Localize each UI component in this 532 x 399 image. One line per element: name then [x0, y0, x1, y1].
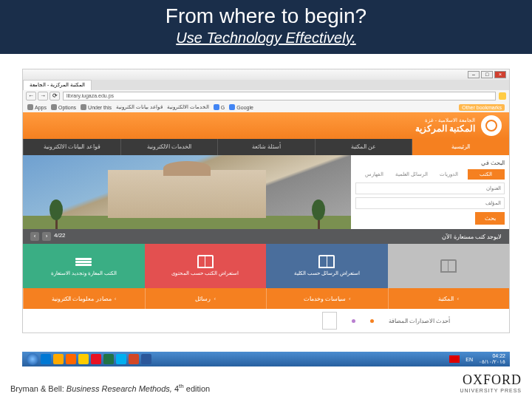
publisher-name: OXFORD — [460, 372, 522, 388]
taskbar-ie-icon[interactable] — [41, 354, 51, 364]
bookmark-item[interactable]: Google — [229, 104, 253, 110]
citation-authors: Bryman & Bell: — [10, 384, 66, 393]
stack-icon — [75, 255, 92, 268]
strip-next-button[interactable]: › — [30, 232, 39, 241]
taskbar-word-icon[interactable] — [141, 354, 151, 364]
taskbar-acrobat-icon[interactable] — [91, 354, 101, 364]
close-button[interactable]: × — [494, 71, 506, 78]
book-thumb-icon[interactable] — [322, 312, 337, 330]
search-tab-theses[interactable]: الرسائل العلمية — [393, 169, 430, 180]
publisher-logo: OXFORD UNIVERSITY PRESS — [460, 372, 522, 393]
publisher-tagline: UNIVERSITY PRESS — [460, 388, 522, 393]
latest-label: أحدث الاصدارات المضافة — [389, 318, 450, 324]
tile-label: استعراض الكتب حسب المحتوى — [171, 270, 239, 276]
taskbar-clock[interactable]: 04:22 ٠٥/١٠/٢٠١٥ — [479, 353, 505, 364]
bookmark-label: Google — [236, 105, 253, 110]
minimize-button[interactable]: – — [468, 71, 480, 78]
browser-titlebar: – □ × — [23, 69, 509, 80]
bookmark-label: Options — [58, 105, 76, 110]
slide-title: From where to begin? — [0, 4, 532, 28]
taskbar-excel-icon[interactable] — [103, 354, 114, 364]
bookmark-item[interactable]: Under this — [81, 104, 112, 110]
tile-empty — [388, 244, 510, 288]
search-tab-journals[interactable]: الدوريات — [430, 169, 467, 180]
tile-borrowed[interactable]: الكتب المعارة وتجديد الاستعارة — [23, 244, 145, 288]
taskbar-powerpoint-icon[interactable] — [129, 354, 139, 364]
search-tab-books[interactable]: الكتب — [468, 169, 505, 180]
site-header: الجامعة الاسلامية - غزة المكتبة المركزية — [23, 112, 509, 139]
carousel-dot[interactable] — [352, 319, 355, 323]
hero-section: البحث في الكتب الدوريات الرسائل العلمية … — [23, 155, 509, 229]
tile-browse-content[interactable]: استعراض الكتب حسب المحتوى — [145, 244, 267, 288]
taskbar-chrome-icon[interactable] — [78, 354, 89, 364]
carousel-dot[interactable] — [370, 319, 374, 323]
footer-tile-sources[interactable]: مصادر معلومات الكترونية — [23, 288, 145, 309]
nav-item-home[interactable]: الرئيسية — [412, 139, 509, 155]
other-bookmarks[interactable]: Other bookmarks — [459, 104, 505, 111]
footer-tile-theses[interactable]: رسائل — [145, 288, 267, 309]
browser-window: – □ × المكتبة المركزية - الجامعة ← → ⟳ l… — [22, 69, 510, 333]
search-tabs: الكتب الدوريات الرسائل العلمية الفهارس — [355, 169, 505, 180]
latest-additions: أحدث الاصدارات المضافة — [23, 309, 509, 332]
start-button[interactable] — [27, 353, 38, 365]
tile-label: استعراض الرسائل حسب الكلية — [294, 270, 360, 276]
taskbar-skype-icon[interactable] — [116, 354, 126, 364]
tile-browse-theses[interactable]: استعراض الرسائل حسب الكلية — [266, 244, 388, 288]
book-icon — [318, 255, 335, 268]
university-name: الجامعة الاسلامية - غزة — [415, 117, 475, 123]
search-button[interactable]: بحث — [475, 212, 505, 225]
bookmark-label: Under this — [88, 105, 112, 110]
book-icon — [197, 255, 214, 268]
tree-icon — [312, 200, 325, 229]
nav-item-eservices[interactable]: الخدمات الالكترونية — [120, 139, 218, 155]
apps-bookmark[interactable]: Apps — [27, 104, 47, 110]
taskbar-flag-icon[interactable] — [449, 355, 460, 363]
building-icon — [108, 170, 265, 218]
clock-time: 04:22 — [479, 353, 505, 359]
nav-item-faq[interactable]: أسئلة شائعة — [217, 139, 315, 155]
citation-edition: 4th edition — [174, 384, 210, 393]
clock-date: ٠٥/١٠/٢٠١٥ — [479, 359, 505, 365]
library-title: المكتبة المركزية — [415, 123, 475, 134]
bookmark-item[interactable]: G — [214, 104, 225, 110]
bookmark-item[interactable]: قواعد بيانات الكترونية — [116, 104, 163, 110]
windows-taskbar: EN 04:22 ٠٥/١٠/٢٠١٥ — [22, 352, 510, 366]
star-icon[interactable] — [499, 92, 506, 100]
browser-tab[interactable]: المكتبة المركزية - الجامعة — [23, 80, 92, 90]
bookmark-item[interactable]: Options — [51, 104, 76, 110]
citation: Bryman & Bell: Business Research Methods… — [10, 383, 210, 393]
bookmarks-bar: Apps Options Under this قواعد بيانات الك… — [23, 102, 509, 112]
webpage-content: الجامعة الاسلامية - غزة المكتبة المركزية… — [23, 112, 509, 332]
bookmark-label: G — [221, 105, 225, 110]
taskbar-language[interactable]: EN — [462, 357, 477, 362]
footer-tile-library[interactable]: المكتبة — [388, 288, 510, 309]
footer-tile-policies[interactable]: سياسات وخدمات — [266, 288, 388, 309]
title-input[interactable]: العنوان — [355, 183, 505, 194]
back-button[interactable]: ← — [26, 92, 36, 100]
browser-tabs: المكتبة المركزية - الجامعة — [23, 80, 509, 90]
address-bar[interactable]: library.iugaza.edu.ps — [63, 92, 496, 100]
strip-message: لايوجد كتب مستعارة الآن — [442, 233, 502, 240]
nav-item-databases[interactable]: قواعد البيانات الالكترونية — [23, 139, 120, 155]
strip-count: 4/22 — [54, 232, 66, 241]
strip-prev-button[interactable]: ‹ — [42, 232, 51, 241]
nav-item-about[interactable]: عن المكتبة — [315, 139, 412, 155]
bookmark-label: الخدمات الالكترونية — [167, 104, 209, 110]
author-input[interactable]: المؤلف — [355, 197, 505, 209]
quick-tiles: الكتب المعارة وتجديد الاستعارة استعراض ا… — [23, 244, 509, 288]
maximize-button[interactable]: □ — [481, 71, 493, 78]
taskbar-firefox-icon[interactable] — [66, 354, 76, 364]
hero-image — [23, 155, 351, 229]
taskbar-explorer-icon[interactable] — [53, 354, 64, 364]
window-controls: – □ × — [468, 71, 506, 78]
citation-title: Business Research Methods, — [66, 384, 174, 393]
bookmark-item[interactable]: الخدمات الالكترونية — [167, 104, 209, 110]
main-nav: الرئيسية عن المكتبة أسئلة شائعة الخدمات … — [23, 139, 509, 155]
search-tab-index[interactable]: الفهارس — [355, 169, 392, 180]
forward-button[interactable]: → — [38, 92, 48, 100]
search-label: البحث في — [355, 160, 505, 166]
reload-button[interactable]: ⟳ — [50, 92, 60, 100]
university-logo-icon — [481, 115, 502, 136]
slide-footer: Bryman & Bell: Business Research Methods… — [10, 372, 522, 393]
search-panel: البحث في الكتب الدوريات الرسائل العلمية … — [351, 155, 509, 229]
